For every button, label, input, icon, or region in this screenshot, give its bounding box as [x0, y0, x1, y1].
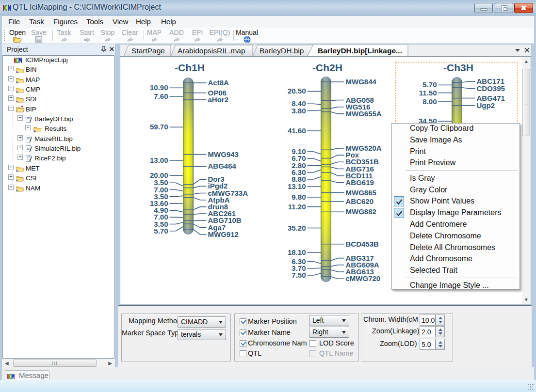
- svg-text:MWG912: MWG912: [208, 230, 239, 238]
- svg-text:MWG655A: MWG655A: [346, 110, 382, 118]
- svg-text:Act8A: Act8A: [208, 78, 229, 87]
- svg-text:ArabidopsisRIL.map: ArabidopsisRIL.map: [178, 47, 245, 55]
- svg-text:ABC620: ABC620: [346, 197, 374, 205]
- svg-text:9.80: 9.80: [292, 193, 306, 201]
- svg-text:10.90: 10.90: [150, 83, 168, 92]
- svg-text:13.00: 13.00: [150, 156, 168, 164]
- svg-text:41.60: 41.60: [288, 126, 306, 135]
- svg-text:5.70: 5.70: [422, 80, 437, 89]
- svg-text:11.20: 11.20: [288, 203, 306, 211]
- svg-text:18.10: 18.10: [288, 248, 306, 256]
- svg-text:7.50: 7.50: [292, 271, 306, 279]
- svg-text:11.50: 11.50: [419, 89, 437, 97]
- svg-text:59.70: 59.70: [150, 123, 168, 131]
- svg-text:-Ch2H: -Ch2H: [312, 62, 342, 73]
- svg-text:StartPage: StartPage: [131, 47, 165, 55]
- svg-text:MWG844: MWG844: [346, 78, 377, 86]
- svg-text:3.80: 3.80: [292, 107, 306, 115]
- svg-text:MWG943: MWG943: [208, 150, 239, 158]
- svg-text:-Ch1H: -Ch1H: [175, 62, 205, 73]
- svg-text:ABG619: ABG619: [346, 178, 374, 187]
- svg-text:MWG882: MWG882: [346, 207, 376, 216]
- svg-text:5.70: 5.70: [154, 227, 168, 235]
- svg-text:20.50: 20.50: [288, 87, 306, 95]
- svg-text:8.00: 8.00: [422, 97, 437, 106]
- svg-text:Ugp2: Ugp2: [477, 101, 495, 110]
- svg-text:ABG464: ABG464: [208, 162, 237, 170]
- svg-text:13.10: 13.10: [288, 182, 306, 190]
- svg-text:BarleyDH.bip: BarleyDH.bip: [260, 47, 304, 55]
- svg-text:MWG865: MWG865: [346, 188, 376, 197]
- svg-text:BarleyDH.bip[Linkage...: BarleyDH.bip[Linkage...: [318, 47, 402, 55]
- svg-text:35.20: 35.20: [288, 224, 306, 232]
- svg-text:cMWG720: cMWG720: [346, 274, 381, 282]
- svg-text:CDO395: CDO395: [477, 84, 505, 93]
- svg-text:BCD453B: BCD453B: [346, 240, 379, 248]
- svg-text:7.60: 7.60: [154, 92, 168, 100]
- svg-text:aHor2: aHor2: [208, 95, 229, 104]
- svg-text:-Ch3H: -Ch3H: [443, 62, 473, 73]
